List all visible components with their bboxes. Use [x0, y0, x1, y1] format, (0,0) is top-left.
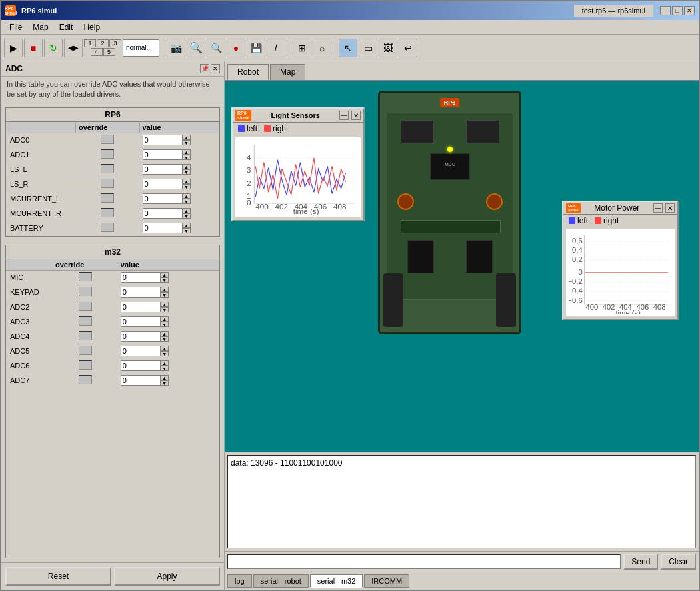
rp6-override-toggle-5[interactable] — [101, 208, 114, 217]
rp6-value-input-5[interactable] — [143, 208, 183, 219]
m32-spin-down-5[interactable]: ▼ — [161, 351, 169, 356]
reset-button[interactable]: Reset — [5, 567, 111, 586]
motor-close-button[interactable]: ✕ — [665, 203, 675, 213]
rp6-value-input-0[interactable] — [143, 135, 183, 145]
panel-pin-button[interactable]: 📌 — [200, 64, 209, 73]
rp6-value-input-2[interactable] — [143, 164, 183, 175]
apply-button[interactable]: Apply — [114, 567, 220, 586]
rp6-spin-up-6[interactable]: ▲ — [183, 223, 191, 228]
play-button[interactable]: ▶ — [4, 39, 23, 57]
motor-minimize-button[interactable]: — — [653, 203, 663, 213]
bottom-tab-serial-m32[interactable]: serial - m32 — [310, 574, 363, 588]
menu-file[interactable]: File — [4, 21, 27, 33]
speed-3[interactable]: 3 — [109, 39, 121, 47]
m32-spin-down-3[interactable]: ▼ — [161, 322, 169, 327]
send-button[interactable]: Send — [623, 554, 658, 570]
zoom-in-button[interactable]: 🔍 — [187, 39, 205, 57]
m32-override-toggle-4[interactable] — [79, 331, 92, 340]
rp6-override-toggle-6[interactable] — [101, 223, 114, 232]
maximize-button[interactable]: □ — [672, 6, 683, 15]
rp6-spin-down-2[interactable]: ▼ — [183, 169, 191, 175]
rp6-override-toggle-0[interactable] — [101, 135, 114, 144]
arrow-button[interactable]: ↩ — [399, 39, 417, 57]
panel-close-button[interactable]: ✕ — [211, 64, 220, 73]
grid-button[interactable]: ⊞ — [293, 39, 311, 57]
rp6-override-toggle-1[interactable] — [101, 149, 114, 159]
bottom-tab-serial-robot[interactable]: serial - robot — [253, 574, 309, 588]
rect-button[interactable]: ▭ — [359, 39, 377, 57]
sensor-close-button[interactable]: ✕ — [351, 111, 361, 120]
rp6-value-input-6[interactable] — [143, 223, 183, 233]
record-button[interactable]: ● — [227, 39, 245, 57]
speed-2[interactable]: 2 — [97, 39, 109, 47]
m32-override-toggle-1[interactable] — [79, 287, 92, 296]
rp6-override-toggle-4[interactable] — [101, 193, 114, 203]
rp6-spin-up-0[interactable]: ▲ — [183, 135, 191, 140]
rp6-spin-down-1[interactable]: ▼ — [183, 155, 191, 160]
rp6-override-toggle-3[interactable] — [101, 179, 114, 188]
rp6-spin-up-3[interactable]: ▲ — [183, 179, 191, 184]
m32-spin-up-1[interactable]: ▲ — [161, 287, 169, 292]
m32-override-toggle-2[interactable] — [79, 302, 92, 311]
bottom-tab-log[interactable]: log — [227, 574, 252, 588]
m32-override-toggle-6[interactable] — [79, 360, 92, 370]
m32-spin-up-0[interactable]: ▲ — [161, 272, 169, 277]
bottom-tab-ircomm[interactable]: IRCOMM — [364, 574, 409, 588]
rp6-spin-down-0[interactable]: ▼ — [183, 140, 191, 145]
rp6-value-input-4[interactable] — [143, 193, 183, 204]
rp6-spin-up-2[interactable]: ▲ — [183, 164, 191, 169]
m32-value-input-3[interactable] — [121, 316, 161, 327]
rp6-spin-up-5[interactable]: ▲ — [183, 208, 191, 213]
m32-override-toggle-0[interactable] — [79, 272, 92, 281]
m32-spin-up-6[interactable]: ▲ — [161, 360, 169, 366]
rp6-value-input-1[interactable] — [143, 149, 183, 160]
cursor-button[interactable]: ↖ — [339, 39, 357, 57]
m32-spin-up-7[interactable]: ▲ — [161, 375, 169, 380]
rp6-spin-down-6[interactable]: ▼ — [183, 228, 191, 233]
m32-value-input-2[interactable] — [121, 302, 161, 312]
m32-spin-down-4[interactable]: ▼ — [161, 336, 169, 342]
rp6-value-input-3[interactable] — [143, 179, 183, 189]
search-button[interactable]: ⌕ — [313, 39, 331, 57]
m32-value-input-4[interactable] — [121, 331, 161, 342]
sensor-minimize-button[interactable]: — — [339, 111, 349, 120]
speed-4[interactable]: 4 — [91, 48, 103, 56]
m32-spin-down-1[interactable]: ▼ — [161, 292, 169, 298]
rp6-spin-up-4[interactable]: ▲ — [183, 193, 191, 199]
stop-button[interactable]: ■ — [24, 39, 43, 57]
camera-button[interactable]: 📷 — [167, 39, 185, 57]
rp6-spin-down-3[interactable]: ▼ — [183, 184, 191, 189]
m32-value-input-0[interactable] — [121, 272, 161, 283]
speed-5[interactable]: 5 — [103, 48, 115, 56]
m32-override-toggle-3[interactable] — [79, 316, 92, 326]
tab-robot[interactable]: Robot — [227, 64, 269, 80]
edit-button[interactable]: / — [267, 39, 285, 57]
serial-input-field[interactable] — [227, 554, 621, 569]
menu-map[interactable]: Map — [27, 21, 53, 33]
speed-1[interactable]: 1 — [84, 39, 96, 47]
zoom-out-button[interactable]: 🔍 — [207, 39, 225, 57]
back-button[interactable]: ◀▶ — [64, 39, 83, 57]
m32-override-toggle-5[interactable] — [79, 346, 92, 355]
rp6-spin-up-1[interactable]: ▲ — [183, 149, 191, 155]
save-button[interactable]: 💾 — [247, 39, 265, 57]
rp6-spin-down-4[interactable]: ▼ — [183, 199, 191, 204]
m32-spin-down-2[interactable]: ▼ — [161, 307, 169, 312]
m32-spin-up-3[interactable]: ▲ — [161, 316, 169, 322]
m32-spin-up-2[interactable]: ▲ — [161, 302, 169, 307]
m32-spin-down-6[interactable]: ▼ — [161, 366, 169, 371]
image-button[interactable]: 🖼 — [379, 39, 397, 57]
clear-button[interactable]: Clear — [661, 554, 696, 570]
m32-value-input-1[interactable] — [121, 287, 161, 298]
m32-value-input-6[interactable] — [121, 360, 161, 371]
m32-value-input-5[interactable] — [121, 346, 161, 356]
close-button[interactable]: ✕ — [684, 6, 695, 15]
rp6-override-toggle-2[interactable] — [101, 164, 114, 173]
m32-spin-up-5[interactable]: ▲ — [161, 346, 169, 351]
m32-value-input-7[interactable] — [121, 375, 161, 386]
minimize-button[interactable]: — — [660, 6, 671, 15]
m32-spin-down-0[interactable]: ▼ — [161, 277, 169, 283]
menu-edit[interactable]: Edit — [54, 21, 79, 33]
m32-override-toggle-7[interactable] — [79, 375, 92, 384]
m32-spin-up-4[interactable]: ▲ — [161, 331, 169, 336]
